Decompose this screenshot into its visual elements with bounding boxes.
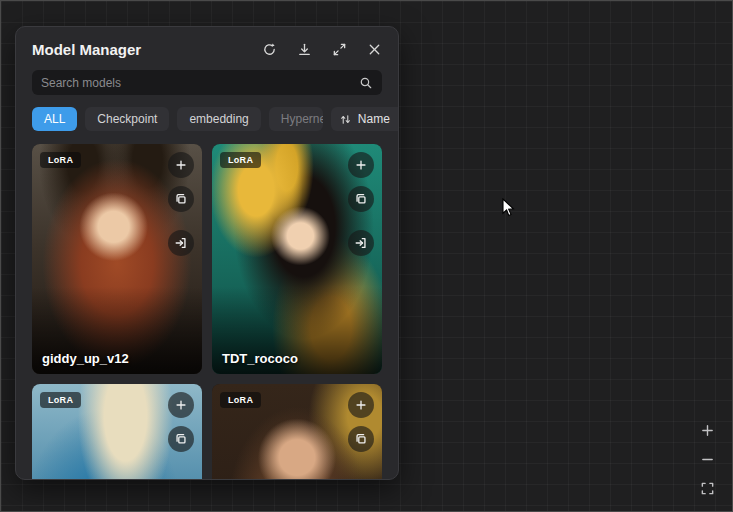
copy-icon[interactable] bbox=[348, 426, 374, 452]
add-model-button[interactable] bbox=[348, 392, 374, 418]
model-type-badge: LoRA bbox=[220, 392, 261, 408]
model-card[interactable]: LoRA giddy_up_v12 bbox=[32, 144, 202, 374]
model-card[interactable]: LoRA bbox=[212, 384, 382, 480]
model-card[interactable]: LoRA bbox=[32, 384, 202, 480]
search-input[interactable] bbox=[41, 76, 359, 90]
copy-icon[interactable] bbox=[168, 426, 194, 452]
panel-title: Model Manager bbox=[32, 41, 242, 58]
sort-dropdown[interactable]: Name bbox=[331, 107, 399, 131]
filter-row: ALL Checkpoint embedding Hypernetwork Na… bbox=[32, 107, 382, 131]
filter-chip-checkpoint[interactable]: Checkpoint bbox=[85, 107, 169, 131]
canvas-zoom-toolbar bbox=[696, 419, 718, 499]
model-type-badge: LoRA bbox=[40, 152, 81, 168]
import-icon[interactable] bbox=[168, 230, 194, 256]
model-type-badge: LoRA bbox=[40, 392, 81, 408]
search-icon bbox=[359, 76, 373, 90]
filter-chip-embedding[interactable]: embedding bbox=[177, 107, 260, 131]
sort-label: Name bbox=[358, 112, 390, 126]
refresh-icon[interactable] bbox=[261, 42, 277, 58]
model-type-badge: LoRA bbox=[220, 152, 261, 168]
chevron-down-icon bbox=[396, 114, 399, 125]
import-icon[interactable] bbox=[348, 230, 374, 256]
download-icon[interactable] bbox=[296, 42, 312, 58]
sort-arrows-icon bbox=[339, 113, 352, 126]
add-model-button[interactable] bbox=[168, 152, 194, 178]
search-bar bbox=[32, 70, 382, 95]
add-model-button[interactable] bbox=[168, 392, 194, 418]
close-icon[interactable] bbox=[366, 42, 382, 58]
model-name: giddy_up_v12 bbox=[42, 351, 129, 366]
model-name: TDT_rococo bbox=[222, 351, 298, 366]
copy-icon[interactable] bbox=[348, 186, 374, 212]
maximize-icon[interactable] bbox=[331, 42, 347, 58]
zoom-in-icon[interactable] bbox=[696, 419, 718, 441]
panel-header: Model Manager bbox=[16, 27, 398, 68]
model-card[interactable]: LoRA TDT_rococo bbox=[212, 144, 382, 374]
zoom-out-icon[interactable] bbox=[696, 448, 718, 470]
fit-view-icon[interactable] bbox=[696, 477, 718, 499]
model-manager-panel: Model Manager ALL Checkpoint embedding H… bbox=[15, 26, 399, 480]
copy-icon[interactable] bbox=[168, 186, 194, 212]
filter-chip-all[interactable]: ALL bbox=[32, 107, 77, 131]
add-model-button[interactable] bbox=[348, 152, 374, 178]
model-card-grid: LoRA giddy_up_v12 LoRA TDT_rococo LoRA bbox=[32, 144, 382, 480]
filter-chip-hypernetwork[interactable]: Hypernetwork bbox=[269, 107, 323, 131]
